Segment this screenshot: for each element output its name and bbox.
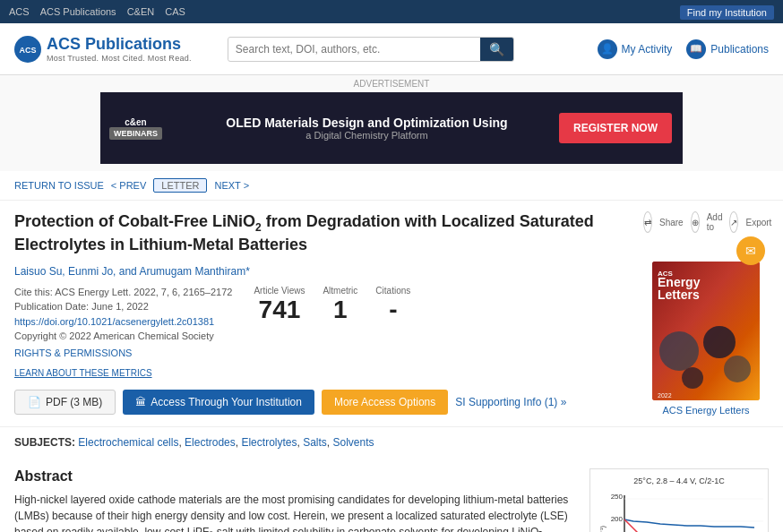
svg-text:250: 250	[611, 493, 624, 501]
export-button[interactable]: ↗	[729, 211, 738, 233]
ad-label: ADVERTISEMENT	[354, 79, 430, 89]
abstract-main: Abstract High-nickel layered oxide catho…	[14, 468, 575, 532]
pdf-icon: 📄	[28, 396, 41, 408]
doi-link[interactable]: https://doi.org/10.1021/acsenergylett.2c…	[14, 316, 214, 327]
subjects-row: SUBJECTS: Electrochemical cells, Electro…	[0, 426, 783, 458]
capacity-chart: 25°C, 2.8 – 4.4 V, C/2-1C 250 200 150 10…	[589, 468, 769, 532]
nav-acs[interactable]: ACS	[9, 6, 30, 17]
supporting-info-link[interactable]: SI Supporting Info (1) »	[455, 396, 566, 408]
article-authors: Laisuo Su, Eunmi Jo, and Arumugam Manthi…	[14, 265, 629, 278]
article-meta-row: Cite this: ACS Energy Lett. 2022, 7, 6, …	[14, 285, 629, 361]
citations-label: Citations	[375, 286, 410, 296]
logo-area[interactable]: ACS ACS Publications Most Trusted. Most …	[14, 35, 210, 63]
article-views-value: 741	[254, 296, 305, 324]
export-label: Export	[745, 218, 771, 227]
email-alert-button[interactable]: ✉	[736, 236, 765, 265]
svg-text:ACS: ACS	[19, 46, 36, 55]
svg-text:Letters: Letters	[658, 287, 700, 302]
action-buttons: 📄 PDF (3 MB) 🏛 Access Through Your Insti…	[14, 390, 629, 415]
journal-cover-image: ACS Energy Letters 2022	[652, 262, 760, 400]
pdf-button[interactable]: 📄 PDF (3 MB)	[14, 390, 116, 415]
svg-point-9	[682, 367, 703, 389]
article-type-badge: LETTER	[153, 178, 207, 193]
ad-content: OLED Materials Design and Optimization U…	[185, 116, 548, 141]
find-institution-link[interactable]: Find my Institution	[680, 5, 774, 20]
top-navigation: ACS ACS Publications C&EN CAS Find my In…	[0, 0, 783, 23]
altmetric-value: 1	[323, 296, 357, 324]
learn-metrics-link[interactable]: LEARN ABOUT THESE METRICS	[14, 368, 152, 378]
article-metrics: Article Views 741 Altmetric 1 Citations …	[254, 285, 410, 324]
subject-solvents[interactable]: Solvents	[333, 436, 374, 449]
svg-point-7	[703, 326, 736, 358]
abstract-figure: 25°C, 2.8 – 4.4 V, C/2-1C 250 200 150 10…	[589, 468, 769, 532]
ad-title: OLED Materials Design and Optimization U…	[185, 116, 548, 130]
logo-subtitle: Most Trusted. Most Cited. Most Read.	[47, 54, 192, 63]
article-title: Protection of Cobalt-Free LiNiO2 from De…	[14, 211, 629, 256]
cite-text: Cite this: ACS Energy Lett. 2022, 7, 6, …	[14, 285, 232, 300]
my-activity-link[interactable]: 👤 My Activity	[598, 39, 673, 59]
altmetric-label: Altmetric	[323, 286, 357, 296]
article-sidebar: ⇄ Share ⊕ Add to ↗ Export ✉	[643, 211, 769, 416]
ad-logo: c&en WEBINARS	[100, 117, 171, 140]
next-article-link[interactable]: NEXT >	[214, 180, 249, 191]
article-views-label: Article Views	[254, 286, 305, 296]
article-content: Protection of Cobalt-Free LiNiO2 from De…	[0, 201, 783, 426]
addto-label: Add to	[707, 212, 723, 232]
subject-electrodes[interactable]: Electrodes	[185, 436, 236, 449]
subject-electrolytes[interactable]: Electrolytes	[241, 436, 297, 449]
rights-permissions-link[interactable]: RIGHTS & PERMISSIONS	[14, 346, 132, 361]
ad-subtitle: a Digital Chemistry Platform	[185, 130, 548, 141]
publications-icon: 📖	[686, 39, 706, 59]
return-to-issue-link[interactable]: RETURN TO ISSUE	[14, 180, 104, 191]
chart-svg: 250 200 150 100 50 0 200 400 600	[598, 488, 766, 532]
svg-point-6	[659, 331, 699, 371]
publication-date: Publication Date: June 1, 2022	[14, 299, 232, 314]
abstract-section: Abstract High-nickel layered oxide catho…	[0, 458, 783, 532]
ad-register-button[interactable]: REGISTER NOW	[559, 113, 672, 143]
access-through-institution-button[interactable]: 🏛 Access Through Your Institution	[123, 390, 314, 415]
search-bar[interactable]: 🔍	[228, 37, 514, 62]
nav-acs-publications[interactable]: ACS Publications	[40, 6, 116, 17]
altmetric-metric: Altmetric 1	[323, 285, 357, 324]
site-header: ACS ACS Publications Most Trusted. Most …	[0, 23, 783, 75]
ad-container: ADVERTISEMENT c&en WEBINARS OLED Materia…	[0, 75, 783, 171]
search-icon: 🔍	[489, 42, 504, 56]
journal-name-link[interactable]: ACS Energy Letters	[643, 405, 769, 416]
search-input[interactable]	[228, 39, 480, 60]
acs-logo-icon: ACS	[14, 36, 41, 63]
subjects-label: SUBJECTS:	[14, 436, 75, 449]
share-button[interactable]: ⇄	[643, 211, 652, 233]
prev-article-link[interactable]: < PREV	[111, 180, 146, 191]
ad-banner[interactable]: c&en WEBINARS OLED Materials Design and …	[100, 92, 683, 164]
citations-metric: Citations -	[375, 285, 410, 324]
activity-icon: 👤	[598, 39, 617, 59]
svg-point-8	[724, 356, 751, 382]
svg-text:Capacity (mA h g⁻¹): Capacity (mA h g⁻¹)	[598, 525, 607, 532]
ad-webinars-badge: WEBINARS	[109, 127, 162, 140]
nav-cas[interactable]: CAS	[165, 6, 185, 17]
search-button[interactable]: 🔍	[480, 38, 513, 61]
citations-value: -	[375, 296, 410, 324]
institution-icon: 🏛	[135, 396, 146, 408]
header-right: 👤 My Activity 📖 Publications	[598, 39, 769, 59]
subject-electrochemical-cells[interactable]: Electrochemical cells	[78, 436, 178, 449]
share-label: Share	[659, 218, 684, 227]
citation-info: Cite this: ACS Energy Lett. 2022, 7, 6, …	[14, 285, 232, 361]
copyright-text: Copyright © 2022 American Chemical Socie…	[14, 329, 232, 344]
svg-text:2022: 2022	[658, 392, 672, 399]
article-views-metric: Article Views 741	[254, 285, 305, 324]
site-logo-text: ACS Publications	[47, 35, 192, 54]
abstract-title: Abstract	[14, 468, 575, 485]
article-breadcrumb-nav: RETURN TO ISSUE < PREV LETTER NEXT >	[0, 171, 783, 201]
publications-link[interactable]: 📖 Publications	[686, 39, 769, 59]
more-access-options-button[interactable]: More Access Options	[322, 390, 448, 415]
nav-cen[interactable]: C&EN	[127, 6, 155, 17]
chart-title: 25°C, 2.8 – 4.4 V, C/2-1C	[598, 476, 761, 485]
share-row: ⇄ Share ⊕ Add to ↗ Export	[643, 211, 769, 233]
abstract-text: High-nickel layered oxide cathode materi…	[14, 492, 575, 532]
svg-text:200: 200	[611, 515, 624, 523]
article-main: Protection of Cobalt-Free LiNiO2 from De…	[14, 211, 629, 416]
addto-button[interactable]: ⊕	[691, 211, 700, 233]
subject-salts[interactable]: Salts	[303, 436, 327, 449]
